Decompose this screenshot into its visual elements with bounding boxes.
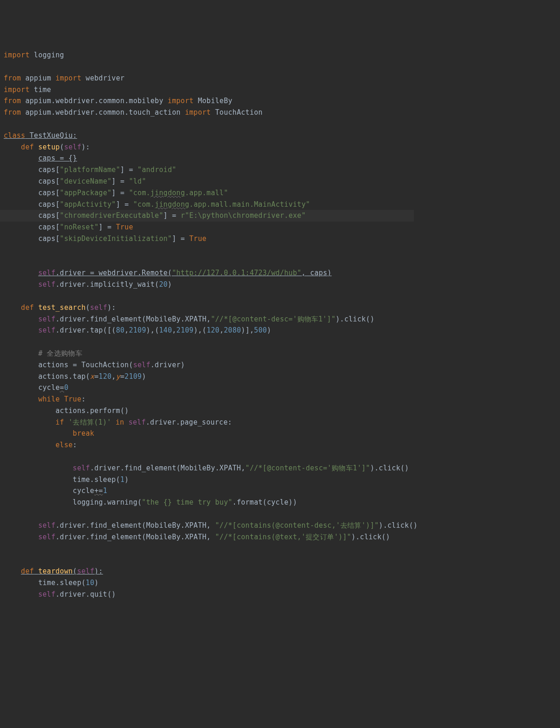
current-line: caps["chromedriverExecutable"] = r"E:\py… <box>0 210 414 222</box>
method-test-search: test_search <box>38 303 86 312</box>
class-kw: class <box>4 131 25 140</box>
method-teardown: teardown <box>38 567 73 575</box>
code-editor[interactable]: import logging from appium import webdri… <box>4 49 418 600</box>
comment-select-all: # 全选购物车 <box>38 349 82 358</box>
from-kw: from <box>4 74 21 82</box>
method-setup: setup <box>38 143 60 151</box>
class-name: TestXueQiu <box>30 131 73 140</box>
import-mod: logging <box>34 51 64 59</box>
import-kw: import <box>4 51 30 59</box>
